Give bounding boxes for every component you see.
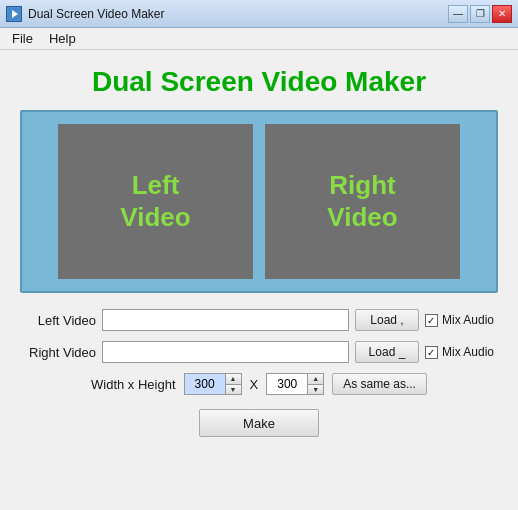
preview-area: Left Video Right Video <box>20 110 498 293</box>
height-up-button[interactable]: ▲ <box>308 374 323 384</box>
left-mix-audio-group: Mix Audio <box>425 313 494 327</box>
right-video-load-button[interactable]: Load _ <box>355 341 419 363</box>
controls-section: Left Video Load , Mix Audio Right Video … <box>20 309 498 437</box>
right-video-label: Right Video <box>327 170 397 232</box>
dimensions-x-separator: X <box>250 377 259 392</box>
right-mix-audio-label: Mix Audio <box>442 345 494 359</box>
width-input-group: ▲ ▼ <box>184 373 242 395</box>
menu-file[interactable]: File <box>4 29 41 48</box>
dimensions-row: Width x Height ▲ ▼ X ▲ ▼ As same as... <box>24 373 494 395</box>
right-video-label-text: Right Video <box>24 345 96 360</box>
height-spinners: ▲ ▼ <box>307 374 323 394</box>
width-input[interactable] <box>185 374 225 394</box>
menu-bar: File Help <box>0 28 518 50</box>
make-button[interactable]: Make <box>199 409 319 437</box>
height-input-group: ▲ ▼ <box>266 373 324 395</box>
left-mix-audio-label: Mix Audio <box>442 313 494 327</box>
width-up-button[interactable]: ▲ <box>226 374 241 384</box>
left-video-input[interactable] <box>102 309 349 331</box>
left-video-panel: Left Video <box>58 124 253 279</box>
left-video-row: Left Video Load , Mix Audio <box>24 309 494 331</box>
right-video-panel: Right Video <box>265 124 460 279</box>
dimensions-label: Width x Height <box>91 377 176 392</box>
window-title: Dual Screen Video Maker <box>28 7 448 21</box>
right-mix-audio-checkbox[interactable] <box>425 346 438 359</box>
right-video-input[interactable] <box>102 341 349 363</box>
left-video-label-text: Left Video <box>24 313 96 328</box>
left-mix-audio-checkbox[interactable] <box>425 314 438 327</box>
right-video-row: Right Video Load _ Mix Audio <box>24 341 494 363</box>
width-spinners: ▲ ▼ <box>225 374 241 394</box>
window-controls: — ❐ ✕ <box>448 5 512 23</box>
restore-button[interactable]: ❐ <box>470 5 490 23</box>
left-video-label: Left Video <box>120 170 190 232</box>
left-video-load-button[interactable]: Load , <box>355 309 419 331</box>
make-row: Make <box>24 409 494 437</box>
right-mix-audio-group: Mix Audio <box>425 345 494 359</box>
height-input[interactable] <box>267 374 307 394</box>
height-down-button[interactable]: ▼ <box>308 384 323 395</box>
width-down-button[interactable]: ▼ <box>226 384 241 395</box>
same-as-button[interactable]: As same as... <box>332 373 427 395</box>
minimize-button[interactable]: — <box>448 5 468 23</box>
app-title: Dual Screen Video Maker <box>20 66 498 98</box>
app-icon <box>6 6 22 22</box>
main-content: Dual Screen Video Maker Left Video Right… <box>0 50 518 453</box>
title-bar: Dual Screen Video Maker — ❐ ✕ <box>0 0 518 28</box>
menu-help[interactable]: Help <box>41 29 84 48</box>
close-button[interactable]: ✕ <box>492 5 512 23</box>
